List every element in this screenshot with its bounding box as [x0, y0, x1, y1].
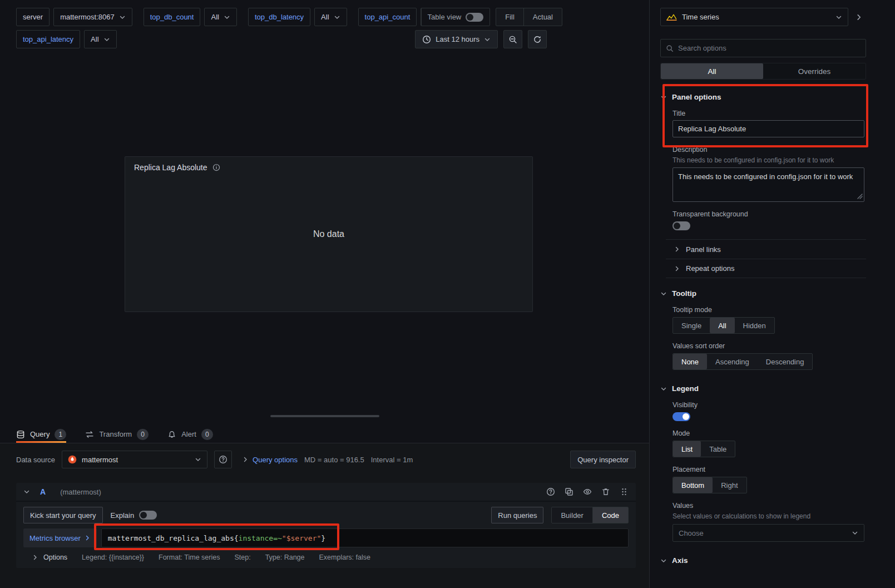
database-icon [16, 430, 25, 439]
chevron-down-icon [195, 456, 201, 463]
toggle-knob [467, 14, 473, 21]
visualization-picker[interactable]: Time series [660, 8, 848, 26]
collapse-pane-button[interactable] [852, 8, 866, 26]
legend-visibility-toggle[interactable] [673, 412, 690, 421]
datasource-help-button[interactable] [214, 451, 232, 468]
eye-icon[interactable] [583, 487, 592, 496]
visualization-name: Time series [682, 13, 719, 21]
tooltip-mode-all[interactable]: All [710, 318, 734, 333]
legend-placement-bottom[interactable]: Bottom [673, 477, 713, 493]
sort-none[interactable]: None [673, 354, 707, 369]
tab-transform[interactable]: Transform 0 [85, 426, 149, 443]
transparent-background-toggle[interactable] [673, 221, 690, 230]
query-options-label: Query options [253, 456, 298, 464]
zoom-out-button[interactable] [503, 30, 522, 48]
main-area: server mattermost:8067 top_db_count All [0, 0, 649, 588]
description-field: Description This needs to be configured … [673, 146, 866, 202]
no-data-text: No data [313, 229, 344, 239]
variable-label-text: server [23, 13, 43, 21]
refresh-button[interactable] [528, 30, 547, 48]
chevron-down-icon [484, 36, 491, 43]
tab-query[interactable]: Query 1 [16, 426, 66, 443]
section-tooltip[interactable]: Tooltip [660, 289, 866, 298]
panel-description-textarea[interactable]: This needs to be configured in config.js… [673, 167, 864, 202]
code-option[interactable]: Code [593, 507, 628, 523]
clock-icon [422, 35, 431, 44]
toolbar-right-2: Last 12 hours [415, 30, 547, 48]
title-label: Title [673, 110, 866, 117]
variable-label-text: top_db_count [150, 13, 194, 21]
dashboard-canvas: Replica Lag Absolute No data [0, 56, 649, 426]
toolbar-right-1: Table view Fill Actual [421, 8, 562, 26]
variable-dropdown-top-api-latency[interactable]: All [84, 30, 116, 48]
tooltip-mode-hidden[interactable]: Hidden [735, 318, 774, 333]
zoom-out-icon [508, 35, 517, 44]
chevron-right-icon [674, 246, 680, 253]
promql-operator: =~ [273, 534, 282, 542]
query-ref-id: A [40, 487, 46, 496]
datasource-select[interactable]: mattermost [62, 451, 207, 468]
refresh-icon [533, 35, 542, 44]
tab-alert[interactable]: Alert 0 [167, 426, 213, 443]
explain-toggle[interactable] [139, 511, 157, 520]
kick-start-button[interactable]: Kick start your query [23, 507, 103, 523]
section-panel-options[interactable]: Panel options [660, 93, 866, 101]
drag-handle-icon[interactable] [620, 487, 629, 496]
chevron-down-icon[interactable] [23, 488, 30, 495]
table-view-toggle[interactable] [466, 13, 483, 22]
tooltip-mode-single[interactable]: Single [673, 318, 710, 333]
prometheus-icon [68, 455, 77, 464]
trash-icon[interactable] [601, 487, 610, 496]
datasource-value: mattermost [82, 456, 118, 464]
sort-descending[interactable]: Descending [758, 354, 813, 369]
variable-value-text: All [321, 13, 329, 21]
query-options-toggle[interactable]: Query options [242, 456, 298, 464]
time-range-picker[interactable]: Last 12 hours [415, 30, 498, 48]
repeat-options-section[interactable]: Repeat options [666, 259, 866, 278]
chevron-right-icon [855, 13, 863, 21]
query-inspector-button[interactable]: Query inspector [570, 451, 636, 468]
query-row-header[interactable]: A (mattermost) [16, 483, 636, 502]
pane-resize-handle[interactable] [270, 415, 379, 417]
legend-mode-table[interactable]: Table [701, 441, 735, 457]
variable-value-text: All [91, 35, 98, 43]
options-search-input[interactable] [678, 44, 861, 52]
tab-all[interactable]: All [661, 63, 763, 79]
panel-title-input[interactable] [673, 120, 864, 137]
query-card: A (mattermost) Kick start your query [16, 483, 636, 568]
legend-mode-list[interactable]: List [673, 441, 701, 457]
run-queries-button[interactable]: Run queries [491, 507, 543, 523]
section-legend[interactable]: Legend [660, 384, 866, 393]
help-circle-icon[interactable] [546, 487, 555, 496]
promql-query-input[interactable]: mattermost_db_replica_lag_abs{instance=~… [101, 528, 629, 547]
variable-dropdown-server[interactable]: mattermost:8067 [53, 8, 132, 26]
sort-ascending[interactable]: Ascending [707, 354, 758, 369]
chevron-down-icon [334, 14, 340, 21]
tab-overrides[interactable]: Overrides [763, 63, 866, 79]
datasource-label: Data source [16, 456, 55, 464]
chevron-down-icon [119, 14, 126, 21]
type-text: Type: Range [265, 554, 305, 561]
variable-dropdown-top-db-count[interactable]: All [204, 8, 236, 26]
datasource-row: Data source mattermost Query options MD … [16, 451, 636, 468]
query-toolbar: Kick start your query Explain Run querie… [23, 507, 629, 523]
legend-placement-right[interactable]: Right [713, 477, 746, 493]
variable-label-top-api-count: top_api_count [358, 8, 417, 26]
metrics-browser-button[interactable]: Metrics browser [23, 528, 97, 547]
fill-actual-group: Fill Actual [496, 8, 562, 26]
variable-label-top-api-latency: top_api_latency [16, 30, 80, 48]
variable-value-text: mattermost:8067 [60, 13, 115, 21]
query-datasource-hint: (mattermost) [60, 488, 101, 496]
panel-links-section[interactable]: Panel links [666, 239, 866, 259]
options-toggle[interactable]: Options [32, 554, 67, 561]
section-axis[interactable]: Axis [660, 556, 866, 565]
duplicate-icon[interactable] [565, 487, 573, 496]
variable-dropdown-top-db-latency[interactable]: All [314, 8, 347, 26]
toggle-knob [683, 413, 689, 420]
legend-values-select[interactable]: Choose [673, 524, 864, 542]
actual-option[interactable]: Actual [524, 8, 562, 26]
fill-option[interactable]: Fill [496, 8, 524, 26]
promql-label-name: instance [239, 534, 274, 542]
builder-option[interactable]: Builder [552, 507, 592, 523]
legend-format-text: Legend: {{instance}} [82, 554, 144, 561]
